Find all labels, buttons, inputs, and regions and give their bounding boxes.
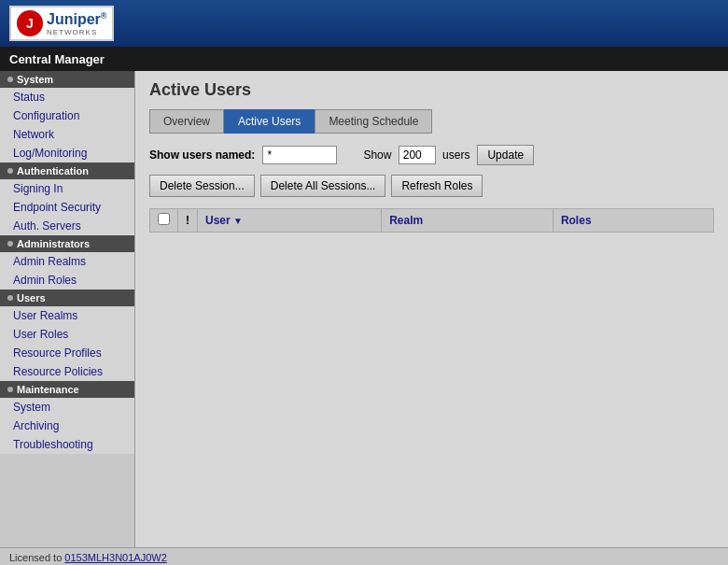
logo-networks: NETWORKS (47, 28, 106, 36)
section-dot (7, 295, 13, 301)
main-layout: System Status Configuration Network Log/… (0, 71, 728, 547)
tab-meeting-schedule[interactable]: Meeting Schedule (315, 109, 432, 134)
section-dot (7, 387, 13, 392)
show-users-input[interactable] (262, 146, 337, 164)
tab-active-users[interactable]: Active Users (224, 109, 315, 134)
sidebar-item-admin-roles[interactable]: Admin Roles (0, 271, 134, 290)
tab-overview[interactable]: Overview (149, 109, 224, 134)
sort-realm-link[interactable]: Realm (389, 214, 423, 227)
sidebar-item-configuration[interactable]: Configuration (0, 106, 134, 125)
sidebar-item-user-realms[interactable]: User Realms (0, 306, 134, 325)
sidebar-item-signing-in[interactable]: Signing In (0, 179, 134, 198)
show-count-input[interactable] (399, 146, 436, 164)
page-title: Active Users (149, 80, 714, 100)
users-table: ! User ▼ Realm (149, 208, 714, 233)
license-id-link[interactable]: 0153MLH3N01AJ0W2 (64, 552, 166, 563)
show-users-label: Show users named: (149, 148, 255, 162)
logo-icon: J (17, 10, 43, 36)
sidebar-item-admin-realms[interactable]: Admin Realms (0, 252, 134, 271)
logo-text-area: Juniper® NETWORKS (47, 10, 106, 35)
header: J Juniper® NETWORKS (0, 0, 728, 47)
th-warn: ! (178, 209, 198, 233)
app-title: Central Manager (9, 52, 105, 66)
users-label: users (442, 148, 469, 162)
action-buttons: Delete Session... Delete All Sessions...… (149, 175, 714, 197)
sidebar-section-system: System (0, 71, 134, 88)
sidebar-section-administrators: Administrators (0, 235, 134, 252)
select-all-checkbox[interactable] (158, 213, 170, 225)
sidebar-item-log-monitoring[interactable]: Log/Monitoring (0, 144, 134, 162)
sidebar-item-resource-profiles[interactable]: Resource Profiles (0, 344, 134, 362)
content-area: Active Users Overview Active Users Meeti… (135, 71, 728, 547)
footer: Licensed to 0153MLH3N01AJ0W2 Copyright ©… (0, 547, 728, 565)
sidebar-item-system-maint[interactable]: System (0, 398, 134, 417)
sidebar-item-resource-policies[interactable]: Resource Policies (0, 362, 134, 381)
section-dot (7, 241, 13, 247)
sidebar: System Status Configuration Network Log/… (0, 71, 135, 547)
sort-arrow-icon: ▼ (233, 216, 243, 226)
show-label: Show (363, 148, 391, 162)
logo-letter: J (26, 16, 34, 31)
content-inner: Active Users Overview Active Users Meeti… (135, 71, 728, 242)
update-button[interactable]: Update (477, 145, 534, 165)
filter-row: Show users named: Show users Update (149, 145, 714, 165)
sidebar-section-authentication: Authentication (0, 162, 134, 179)
delete-all-sessions-button[interactable]: Delete All Sessions... (260, 175, 386, 197)
logo-area: J Juniper® NETWORKS (9, 6, 114, 41)
title-bar: Central Manager (0, 47, 728, 71)
sidebar-section-maintenance: Maintenance (0, 381, 134, 398)
show-count-group: Show users (363, 146, 469, 164)
sidebar-item-network[interactable]: Network (0, 125, 134, 144)
th-realm: Realm (382, 209, 553, 233)
tabs-bar: Overview Active Users Meeting Schedule (149, 109, 714, 134)
delete-session-button[interactable]: Delete Session... (149, 175, 255, 197)
th-user: User ▼ (198, 209, 382, 233)
sidebar-item-archiving[interactable]: Archiving (0, 417, 134, 435)
table-header-row: ! User ▼ Realm (150, 209, 714, 233)
logo-name: Juniper® (47, 11, 106, 27)
sort-user-link[interactable]: User ▼ (205, 214, 243, 227)
sidebar-item-auth-servers[interactable]: Auth. Servers (0, 217, 134, 235)
refresh-roles-button[interactable]: Refresh Roles (391, 175, 483, 197)
section-dot (7, 77, 13, 82)
sidebar-item-troubleshooting[interactable]: Troubleshooting (0, 435, 134, 454)
logo-box: J Juniper® NETWORKS (9, 6, 114, 41)
footer-license: Licensed to 0153MLH3N01AJ0W2 (9, 552, 719, 563)
sidebar-item-status[interactable]: Status (0, 88, 134, 106)
sort-roles-link[interactable]: Roles (561, 214, 592, 227)
sidebar-item-user-roles[interactable]: User Roles (0, 325, 134, 344)
th-roles: Roles (553, 209, 713, 233)
section-dot (7, 168, 13, 174)
th-checkbox (150, 209, 178, 233)
sidebar-item-endpoint-security[interactable]: Endpoint Security (0, 198, 134, 217)
sidebar-section-users: Users (0, 290, 134, 306)
